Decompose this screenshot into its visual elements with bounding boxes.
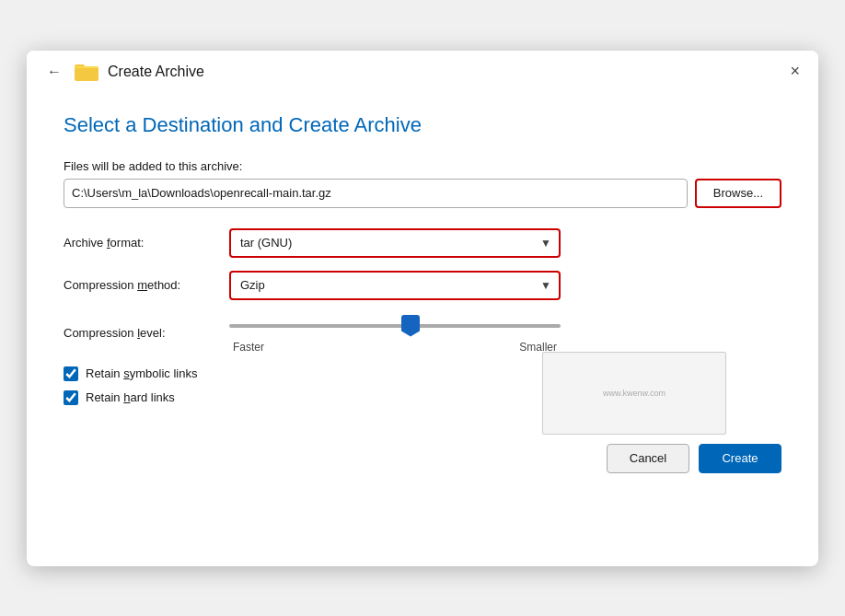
slider-labels: Faster Smaller	[229, 341, 561, 354]
file-label: Files will be added to this archive:	[64, 159, 781, 173]
compression-method-label: Compression method:	[64, 278, 229, 292]
archive-format-label: Archive format:	[64, 236, 229, 250]
retain-hardlinks-label[interactable]: Retain hard links	[86, 390, 175, 404]
close-button[interactable]: ×	[784, 60, 805, 83]
back-button[interactable]: ←	[41, 62, 67, 82]
archive-format-select-wrapper: tar (GNU) zip 7z tar.bz2 tar.xz ▼	[229, 228, 561, 258]
browse-button[interactable]: Browse...	[695, 179, 781, 208]
create-archive-dialog: ← Create Archive × Select a Destination …	[27, 51, 818, 566]
compression-method-row: Compression method: Gzip bzip2 xz none ▼	[64, 271, 781, 300]
compression-method-select-wrapper: Gzip bzip2 xz none ▼	[229, 271, 561, 300]
slider-min-label: Faster	[233, 341, 264, 354]
file-path-input[interactable]	[64, 179, 688, 208]
file-row: Browse...	[64, 179, 781, 208]
retain-symlinks-label[interactable]: Retain symbolic links	[86, 366, 197, 380]
cancel-button[interactable]: Cancel	[607, 444, 689, 473]
svg-rect-3	[75, 68, 98, 80]
dialog-title: Create Archive	[108, 64, 204, 80]
slider-track-row	[229, 313, 561, 339]
retain-symlinks-row: Retain symbolic links	[64, 366, 781, 381]
dialog-content: Select a Destination and Create Archive …	[27, 91, 818, 433]
dialog-footer: www.kwenw.com Cancel Create	[27, 433, 818, 490]
compression-method-select[interactable]: Gzip bzip2 xz none	[229, 271, 561, 300]
retain-hardlinks-row: Retain hard links	[64, 390, 781, 405]
archive-format-row: Archive format: tar (GNU) zip 7z tar.bz2…	[64, 228, 781, 258]
titlebar: ← Create Archive ×	[27, 51, 818, 91]
compression-level-row: Compression level: Faster Smaller	[64, 313, 781, 354]
compression-level-slider[interactable]	[229, 324, 561, 328]
slider-max-label: Smaller	[519, 341, 557, 354]
archive-format-select[interactable]: tar (GNU) zip 7z tar.bz2 tar.xz	[229, 228, 561, 258]
compression-level-label: Compression level:	[64, 326, 229, 340]
retain-hardlinks-checkbox[interactable]	[64, 390, 78, 405]
section-title: Select a Destination and Create Archive	[64, 113, 781, 137]
create-button[interactable]: Create	[699, 444, 781, 473]
folder-icon	[75, 62, 100, 82]
retain-symlinks-checkbox[interactable]	[64, 366, 78, 381]
compression-level-slider-container: Faster Smaller	[229, 313, 561, 354]
